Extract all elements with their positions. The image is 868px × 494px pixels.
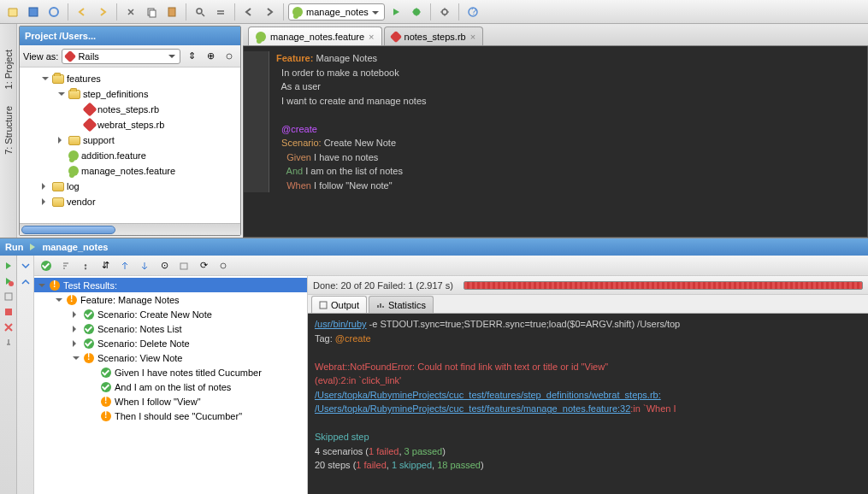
- ruby-icon: [389, 30, 401, 42]
- help-icon[interactable]: ?: [464, 3, 482, 21]
- sync-icon[interactable]: [44, 3, 63, 21]
- hide-passed-icon[interactable]: [38, 257, 55, 274]
- prev-failed-icon[interactable]: [116, 257, 133, 274]
- find-icon[interactable]: [191, 3, 210, 21]
- run-secondary-rail: [17, 256, 34, 494]
- close-icon[interactable]: ×: [369, 32, 374, 42]
- run-panel-header: Run manage_notes: [0, 238, 868, 256]
- warning-icon: [84, 353, 94, 363]
- debug-icon[interactable]: [407, 3, 426, 21]
- svg-rect-4: [168, 8, 175, 16]
- project-scrollbar[interactable]: [20, 223, 240, 235]
- history-icon[interactable]: ⟳: [195, 257, 212, 274]
- project-tool-button[interactable]: 1: Project: [3, 50, 14, 89]
- console-output[interactable]: /usr/bin/ruby -e STDOUT.sync=true;STDERR…: [308, 314, 868, 494]
- test-step-and[interactable]: And I am on the list of notes: [34, 379, 307, 394]
- output-status-bar: Done: 20 of 20 Failed: 1 (2.917 s): [308, 276, 868, 295]
- tree-file-addition-feature[interactable]: addition.feature: [20, 148, 240, 163]
- stop-icon[interactable]: [2, 305, 15, 319]
- close-icon[interactable]: ×: [470, 32, 475, 42]
- rerun-failed-icon[interactable]: [2, 274, 15, 288]
- copy-icon[interactable]: [142, 3, 161, 21]
- test-scenario-view[interactable]: Scenario: View Note: [34, 350, 307, 365]
- folder-icon: [52, 197, 64, 207]
- tab-notes-steps[interactable]: notes_steps.rb ×: [384, 26, 484, 45]
- svg-point-7: [442, 9, 447, 15]
- console-icon: [319, 301, 328, 309]
- forward-icon[interactable]: [260, 3, 279, 21]
- autoscroll-icon[interactable]: ⊕: [203, 49, 218, 64]
- back-icon[interactable]: [239, 3, 258, 21]
- project-tree[interactable]: features step_definitions notes_steps.rb…: [20, 68, 240, 223]
- redo-icon[interactable]: [93, 3, 112, 21]
- toggle-autotest-icon[interactable]: [2, 290, 15, 303]
- svg-text:?: ?: [471, 6, 476, 16]
- save-all-icon[interactable]: [24, 3, 43, 21]
- test-scenario-list[interactable]: Scenario: Notes List: [34, 321, 307, 336]
- tree-file-manage-notes-feature[interactable]: manage_notes.feature: [20, 163, 240, 179]
- tree-folder-support[interactable]: support: [20, 132, 240, 148]
- test-step-when[interactable]: When I follow "View": [34, 394, 307, 409]
- svg-point-10: [227, 54, 232, 59]
- test-root[interactable]: Test Results:: [34, 278, 307, 292]
- flatten-icon[interactable]: ⇕: [184, 49, 199, 64]
- test-step-then[interactable]: Then I should see "Cucumber": [34, 409, 307, 423]
- expand-all-icon[interactable]: ↕: [77, 257, 94, 274]
- test-scenario-delete[interactable]: Scenario: Delete Note: [34, 336, 307, 350]
- view-as-select[interactable]: Rails: [62, 49, 180, 64]
- warning-icon: [67, 295, 77, 305]
- next-failed-icon[interactable]: [136, 257, 153, 274]
- ruby-icon: [83, 118, 97, 132]
- run-configuration-select[interactable]: manage_notes: [288, 3, 385, 21]
- collapse-all-icon[interactable]: ⇵: [97, 257, 114, 274]
- folder-icon: [52, 74, 64, 84]
- undo-icon[interactable]: [73, 3, 92, 21]
- code-editor[interactable]: Feature: Manage Notes In order to make a…: [243, 46, 868, 238]
- tree-folder-step-definitions[interactable]: step_definitions: [20, 86, 240, 102]
- gear-icon[interactable]: [215, 257, 232, 274]
- project-view-bar: View as: Rails ⇕ ⊕: [20, 45, 240, 68]
- test-step-given[interactable]: Given I have notes titled Cucumber: [34, 365, 307, 379]
- close-icon[interactable]: [2, 321, 15, 334]
- open-icon[interactable]: [3, 3, 22, 21]
- run-config-label: manage_notes: [306, 7, 369, 17]
- feature-icon: [68, 166, 79, 176]
- ruby-icon: [83, 103, 97, 117]
- pin-icon[interactable]: [2, 336, 15, 350]
- test-results-tree[interactable]: Test Results: Feature: Manage Notes Scen…: [34, 276, 308, 494]
- pass-icon: [101, 382, 111, 392]
- run-toolbar: ↕ ⇵ ⊙ ⟳: [34, 256, 868, 276]
- pass-icon: [101, 368, 111, 378]
- structure-tool-button[interactable]: 7: Structure: [3, 106, 14, 155]
- tree-file-webrat-steps[interactable]: webrat_steps.rb: [20, 117, 240, 132]
- run-arrow-icon: [28, 243, 37, 251]
- sort-icon[interactable]: [57, 257, 74, 274]
- test-feature[interactable]: Feature: Manage Notes: [34, 292, 307, 307]
- export-icon[interactable]: [175, 257, 192, 274]
- gear-icon[interactable]: [221, 49, 237, 64]
- tree-file-notes-steps[interactable]: notes_steps.rb: [20, 102, 240, 117]
- select-first-failed-icon[interactable]: ⊙: [156, 257, 173, 274]
- paste-icon[interactable]: [162, 3, 181, 21]
- test-scenario-create[interactable]: Scenario: Create New Note: [34, 307, 307, 321]
- svg-rect-14: [180, 263, 187, 269]
- tree-folder-features[interactable]: features: [20, 71, 240, 86]
- svg-point-11: [9, 281, 14, 286]
- rails-icon: [64, 50, 76, 62]
- rerun-icon[interactable]: [2, 259, 15, 273]
- cut-icon[interactable]: [121, 3, 140, 21]
- replace-icon[interactable]: [211, 3, 230, 21]
- collapse-icon[interactable]: [19, 259, 32, 273]
- expand-icon[interactable]: [19, 275, 32, 289]
- project-panel-title: Project /Users...: [20, 26, 240, 45]
- tab-statistics[interactable]: Statistics: [369, 296, 434, 313]
- svg-rect-12: [5, 293, 12, 300]
- tree-folder-vendor[interactable]: vendor: [20, 194, 240, 209]
- progress-bar: [464, 281, 863, 290]
- tab-manage-notes-feature[interactable]: manage_notes.feature ×: [248, 26, 382, 45]
- stats-icon: [376, 301, 385, 309]
- settings-icon[interactable]: [435, 3, 454, 21]
- run-icon[interactable]: [387, 3, 405, 21]
- tree-folder-log[interactable]: log: [20, 179, 240, 194]
- tab-output[interactable]: Output: [311, 296, 367, 313]
